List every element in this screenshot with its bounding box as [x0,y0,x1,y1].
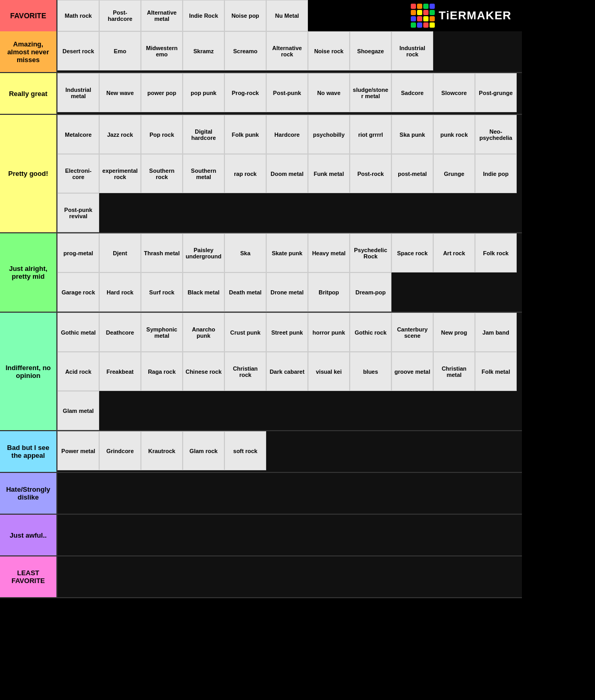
genre-cell: Skate punk [266,233,308,272]
tier-content: Power metalGrindcoreKrautrockGlam rockso… [57,431,522,472]
genre-cell: Indie pop [475,154,517,193]
header-genres: Math rockPost-hardcoreAlternative metalI… [57,0,411,31]
logo-dot [430,10,435,15]
genre-cell: Folk metal [475,352,517,391]
genre-cell: Jam band [475,313,517,352]
genre-cell: Freakbeat [99,352,141,391]
genre-cell: Black metal [183,272,224,312]
logo-dot [430,22,435,28]
genre-cell: Glam rock [183,431,224,470]
genre-cell: pop punk [183,73,224,112]
logo-dot [411,22,416,28]
genre-cell: Space rock [391,233,433,272]
genre-cell: Chinese rock [183,352,224,391]
genre-cell: Heavy metal [308,233,350,272]
genre-cell: Metalcore [57,115,99,154]
tier-label: Amazing, almost never misses [0,31,57,72]
genre-cell: Christian rock [224,352,266,391]
genre-cell: Jazz rock [99,115,141,154]
genre-cell: post-metal [391,154,433,193]
logo-dot [430,4,435,9]
tier-content: Gothic metalDeathcoreSymphonic metalAnar… [57,313,522,430]
genre-cell: Folk punk [224,115,266,154]
tier-label: Bad but I see the appeal [0,431,57,472]
genre-cell: Post-punk [266,73,308,112]
genre-cell: Funk metal [308,154,350,193]
genre-cell: Emo [99,31,141,70]
tiermaker-logo: TiERMAKER [411,0,522,31]
tier-label-text: FAVORITE [10,11,46,20]
genre-cell: Alternative rock [266,31,308,70]
logo-dot [423,10,429,15]
genre-cell: soft rock [224,431,266,470]
genre-cell: Industrial rock [391,31,433,70]
tier-row: Indifferent, no opinionGothic metalDeath… [0,313,522,431]
genre-cell: Post-punk revival [57,193,99,232]
genre-cell: sludge/stoner metal [350,73,391,112]
tier-content: Industrial metalNew wavepower poppop pun… [57,73,522,114]
genre-cell: Southern rock [141,154,183,193]
genre-cell: prog-metal [57,233,99,272]
genre-cell: Alternative metal [141,0,183,31]
genre-cell: psychobilly [308,115,350,154]
tier-content: Desert rockEmoMidwestern emoSkramzScream… [57,31,522,72]
genre-cell: Gothic rock [350,313,391,352]
genre-cell: Symphonic metal [141,313,183,352]
genre-cell: New wave [99,73,141,112]
genre-cell: experimental rock [99,154,141,193]
tier-label: Just alright, pretty mid [0,233,57,312]
logo-dot [423,4,429,9]
genre-cell: Industrial metal [57,73,99,112]
genre-cell: Pop rock [141,115,183,154]
logo-dot [417,10,422,15]
genre-cell: Shoegaze [350,31,391,70]
genre-cell: Noise pop [224,0,266,31]
genre-cell: Deathcore [99,313,141,352]
genre-cell: Britpop [308,272,350,312]
logo-dot [423,16,429,21]
genre-cell: Indie Rock [183,0,224,31]
logo-dot [411,10,416,15]
genre-cell: visual kei [308,352,350,391]
genre-cell: Garage rock [57,272,99,312]
genre-cell: Digital hardcore [183,115,224,154]
tier-label: Indifferent, no opinion [0,313,57,430]
genre-cell: Anarcho punk [183,313,224,352]
genre-cell: Surf rock [141,272,183,312]
logo-text: TiERMAKER [439,9,511,22]
tier-content [57,515,522,555]
genre-cell: No wave [308,73,350,112]
genre-cell: Street punk [266,313,308,352]
genre-cell: Gothic metal [57,313,99,352]
tier-row: Pretty good!MetalcoreJazz rockPop rockDi… [0,115,522,233]
genre-cell: horror punk [308,313,350,352]
tier-row: Really greatIndustrial metalNew wavepowe… [0,73,522,115]
genre-cell: power pop [141,73,183,112]
genre-cell: Canterbury scene [391,313,433,352]
genre-cell: Folk rock [475,233,517,272]
tier-label: Just awful.. [0,515,57,555]
genre-cell: Southern metal [183,154,224,193]
tier-row: Hate/Strongly dislike [0,473,522,515]
genre-cell: Psychedelic Rock [350,233,391,272]
genre-cell: Thrash metal [141,233,183,272]
genre-cell: rap rock [224,154,266,193]
genre-cell: Crust punk [224,313,266,352]
genre-cell: Krautrock [141,431,183,470]
genre-cell: blues [350,352,391,391]
genre-cell: Death metal [224,272,266,312]
tier-content [57,556,522,597]
genre-cell: Post-rock [350,154,391,193]
tier-content: prog-metalDjentThrash metalPaisley under… [57,233,522,312]
tiers-container: Amazing, almost never missesDesert rockE… [0,31,522,598]
logo-dot [417,22,422,28]
genre-cell: Electroni-core [57,154,99,193]
genre-cell: riot grrrrl [350,115,391,154]
genre-cell: punk rock [433,115,475,154]
tier-label: Really great [0,73,57,114]
genre-cell: Dark cabaret [266,352,308,391]
logo-dot [430,16,435,21]
genre-cell: Hardcore [266,115,308,154]
genre-cell: Drone metal [266,272,308,312]
genre-cell: Power metal [57,431,99,470]
